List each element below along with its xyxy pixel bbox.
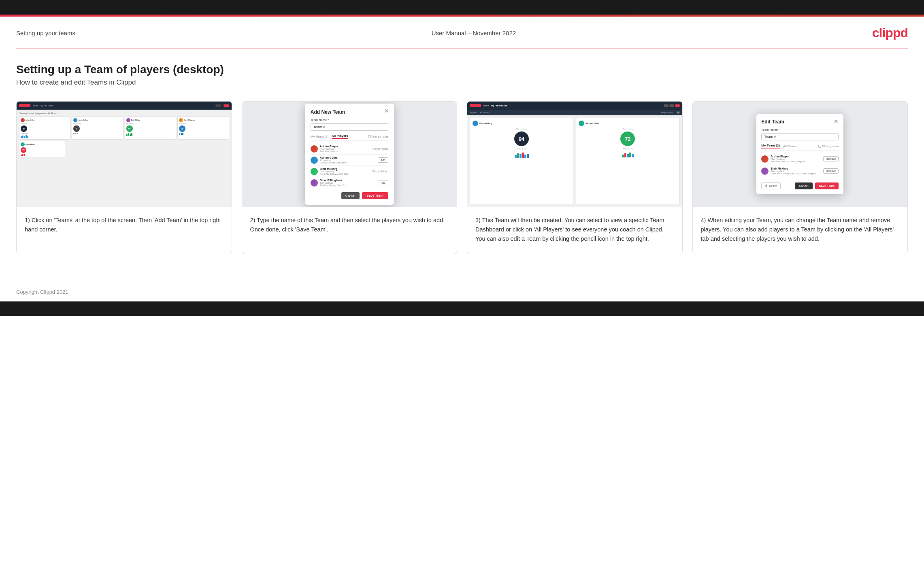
edit-modal-close-icon[interactable]: ✕	[834, 118, 839, 125]
mock-card2: Adrian Collins Player Quality 0	[72, 117, 123, 140]
step3-bars1	[515, 153, 529, 158]
mock-bar	[179, 134, 180, 135]
step3-name2: Richard Butler	[585, 122, 599, 125]
step3-subnav2: All Players	[480, 111, 490, 114]
modal-title: Add New Team	[311, 109, 388, 115]
top-bar	[0, 0, 924, 15]
add-btn-4[interactable]: Add	[378, 180, 388, 185]
mock-score1: 84	[21, 125, 27, 132]
mock-name5: Richard Butler	[26, 144, 35, 145]
step3-btn1	[664, 104, 669, 107]
player-sub2-2: Central London Golf Centre	[320, 161, 376, 164]
tab-all-players[interactable]: All Players	[332, 134, 348, 139]
player-info-4: Dave Billingham 3.5 Handicap The Dog Mag…	[320, 179, 376, 187]
bottom-bar	[0, 301, 924, 316]
mock-navbar: Home My Pul Teams	[17, 102, 232, 110]
mock-name3: Blair McHarg	[131, 119, 140, 121]
step-1-card: Home My Pul Teams Showing 6 out of 6 pla…	[16, 101, 232, 254]
step3-sub2: Plus Handicap	[622, 128, 633, 130]
edit-tab-my-team[interactable]: My Team (2)	[761, 144, 780, 148]
mock-detail3: Plus Handicap	[126, 123, 175, 125]
tab-my-team[interactable]: My Team (2)	[311, 135, 328, 138]
mock-body: Showing 6 out of 6 players from All Play…	[17, 110, 232, 207]
modal-close-icon[interactable]: ✕	[384, 108, 389, 114]
mock-card1: Adrian Colba 1 Handicap 84 Player Qualit…	[19, 117, 70, 140]
mock-bar	[517, 153, 519, 158]
mock-card4-header: Dave Billingham	[179, 118, 227, 122]
mock-nav-btn	[215, 104, 221, 107]
player-sub2-1: The Shire London	[320, 150, 370, 153]
mock-bar	[22, 136, 23, 138]
edit-avatar2	[761, 168, 769, 175]
modal-save-btn[interactable]: Save Team	[362, 192, 388, 199]
mock-bar	[27, 136, 28, 138]
edit-tab-all-players[interactable]: All Players	[783, 144, 798, 148]
step3-subnav1: Reports	[470, 111, 477, 114]
edit-filter-checkbox[interactable]	[818, 145, 821, 148]
edit-modal-title: Edit Team	[761, 119, 839, 125]
header: Setting up your teams User Manual – Nove…	[0, 17, 924, 48]
add-btn-2[interactable]: Add	[378, 157, 388, 163]
mock-bar	[519, 154, 522, 158]
step-4-text: 4) When editing your Team, you can chang…	[693, 207, 908, 254]
mock-bar	[24, 154, 25, 156]
edit-player-info-2: Blair McHarg Plus Handicap Royal North D…	[771, 167, 821, 175]
mock-bar	[527, 154, 529, 158]
mock-name2: Adrian Collins	[78, 119, 88, 121]
mock-bars2	[73, 133, 121, 134]
edit-cancel-btn[interactable]: Cancel	[795, 182, 812, 189]
mock-nav-item1: Home	[33, 104, 38, 107]
mock-card2-header: Adrian Collins	[73, 118, 121, 122]
step3-card1-header: Blair McHarg	[473, 121, 571, 126]
edit-team-name-label: Team Name *	[761, 128, 839, 132]
mock-player-row1: Adrian Colba 1 Handicap 84 Player Qualit…	[19, 117, 229, 140]
step3-bars2	[622, 153, 634, 157]
step3-score-label2: Player Quality	[623, 148, 633, 150]
mock-card3: Blair McHarg Plus Handicap 94	[125, 117, 176, 140]
step3-name1: Blair McHarg	[479, 122, 492, 125]
step-2-screenshot: Add New Team ✕ Team Name * My Team (2) A…	[242, 102, 457, 207]
player-info-3: Blair McHarg Plus Handicap Royal North D…	[320, 168, 370, 175]
mock-avatar4	[179, 118, 183, 122]
step3-pencil-icon[interactable]: ✏	[677, 111, 680, 114]
remove-btn-2[interactable]: Remove	[823, 168, 839, 174]
step3-card2: Richard Butler Plus Handicap 72 Player Q…	[576, 118, 679, 204]
step3-btn3	[675, 104, 680, 107]
mock-bar	[515, 155, 517, 158]
mock-nav-item2: My Pul Teams	[40, 104, 53, 107]
player-row-2: Adrian Colba 1 Handicap Central London G…	[311, 155, 388, 166]
filter-label: Filter by name	[368, 135, 388, 138]
step3-avatar1	[473, 121, 478, 126]
step-3-card: Home My Performance Reports All Players	[467, 101, 683, 254]
modal-cancel-btn[interactable]: Cancel	[341, 192, 360, 199]
edit-player-row-2: Blair McHarg Plus Handicap Royal North D…	[761, 165, 839, 177]
player-list: Adrian Player Plus Handicap The Shire Lo…	[311, 143, 388, 188]
mock-bar	[130, 134, 131, 136]
edit-player-list: Adrian Player Plus Handicap The Shire Lo…	[761, 153, 839, 177]
clippd-logo: clippd	[872, 25, 908, 40]
team-name-input[interactable]	[311, 123, 388, 131]
mock-card4: Dave Billingham 3.5 Handicap 78	[177, 117, 229, 140]
filter-checkbox[interactable]	[368, 135, 371, 138]
mock-avatar1	[21, 118, 25, 122]
edit-modal-footer: 🗑 Delete Cancel Save Team	[761, 182, 839, 189]
steps-grid: Home My Pul Teams Showing 6 out of 6 pla…	[16, 101, 908, 254]
delete-btn[interactable]: 🗑 Delete	[761, 182, 781, 189]
edit-team-name-input[interactable]	[761, 133, 839, 140]
player-info-1: Adrian Player Plus Handicap The Shire Lo…	[320, 145, 370, 153]
footer: Copyright Clippd 2021	[0, 282, 924, 301]
remove-btn-1[interactable]: Remove	[823, 156, 839, 161]
mock-card1-header: Adrian Colba	[21, 118, 69, 122]
step3-player-detail-label: Player Detail:	[661, 111, 673, 114]
mock-player-row2: Richard Butler 72	[19, 141, 229, 157]
edit-avatar1	[761, 155, 769, 163]
mock-card5-header: Richard Butler	[21, 142, 64, 146]
mock-showing-text: Showing 6 out of 6 players from All Play…	[19, 112, 229, 115]
mock-bars4	[179, 133, 227, 135]
edit-save-btn[interactable]: Save Team	[815, 182, 839, 189]
player-sub2-4: The Dog Maging Golf Club	[320, 184, 376, 187]
step3-nav2: My Performance	[491, 104, 507, 107]
step3-card2-header: Richard Butler	[579, 121, 677, 126]
step3-btn2	[669, 104, 674, 107]
mock-bar	[73, 133, 75, 134]
